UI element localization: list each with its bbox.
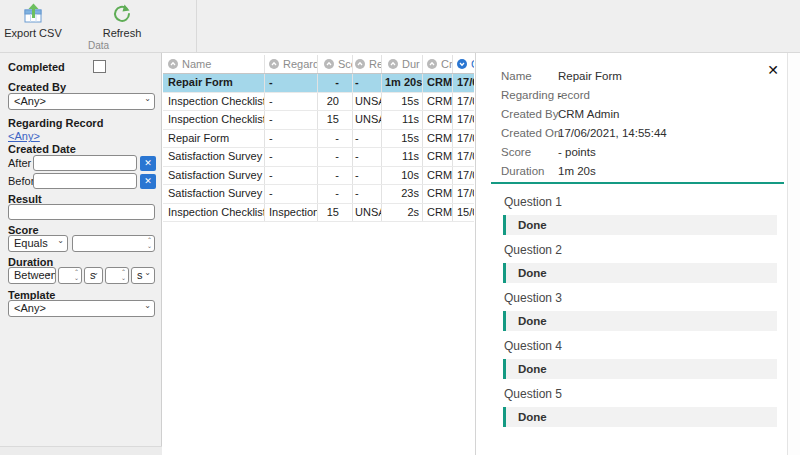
column-header-label: Dur bbox=[402, 58, 420, 70]
table-row[interactable]: Inspection Checklist-20UNSAT...15sCRM A.… bbox=[163, 93, 474, 112]
before-date-input[interactable] bbox=[33, 173, 137, 189]
question-answer-bar: Done bbox=[503, 359, 777, 379]
regarding-record-label: Regarding Record bbox=[8, 117, 103, 129]
detail-field: Score- points bbox=[476, 146, 787, 166]
refresh-icon bbox=[111, 3, 133, 25]
result-input[interactable] bbox=[8, 204, 155, 220]
cell-created_by: CRM A... bbox=[423, 148, 453, 166]
question-block: Question 1Done bbox=[503, 195, 777, 235]
score-value-spinner[interactable]: ⌃⌄ bbox=[72, 235, 155, 252]
chevron-down-icon: ⌄ bbox=[144, 94, 151, 103]
cell-created_by: CRM A... bbox=[423, 111, 453, 129]
created-by-dropdown[interactable]: <Any> ⌄ bbox=[8, 93, 155, 110]
cell-name: Satisfaction Survey bbox=[163, 185, 265, 203]
duration-unit1-dropdown[interactable]: s ⌄ bbox=[84, 267, 103, 284]
cell-regarding: - bbox=[265, 111, 318, 129]
cell-duration: 1m 20s bbox=[382, 74, 423, 92]
column-header-regarding[interactable]: Regarding bbox=[265, 55, 318, 73]
chevron-down-icon: ⌄ bbox=[144, 268, 151, 277]
cell-name: Inspection Checklist bbox=[163, 111, 265, 129]
detail-field-value: Repair Form bbox=[558, 70, 622, 82]
question-label: Question 2 bbox=[504, 243, 777, 257]
cell-result: - bbox=[353, 167, 382, 185]
cell-score: 20 bbox=[318, 93, 353, 111]
detail-field-label: Created On bbox=[501, 127, 560, 139]
table-row[interactable]: Repair Form---15sCRM A...17/06/... bbox=[163, 130, 474, 149]
table-row[interactable]: Satisfaction Survey---11sCRM A...17/06/.… bbox=[163, 148, 474, 167]
question-answer-bar: Done bbox=[503, 215, 777, 235]
duration-unit2-value: s bbox=[137, 269, 143, 281]
cell-created_by: CRM A... bbox=[423, 130, 453, 148]
column-header-label: Sco bbox=[338, 58, 353, 70]
cell-created_by: CRM A... bbox=[423, 185, 453, 203]
table-row[interactable]: Inspection ChecklistInspection [ap...15U… bbox=[163, 204, 474, 223]
column-header-label: Name bbox=[182, 58, 211, 70]
table-row[interactable]: Satisfaction Survey---23sCRM A...17/06/.… bbox=[163, 185, 474, 204]
template-dropdown[interactable]: <Any> ⌄ bbox=[8, 300, 155, 317]
cell-created_by: CRM A... bbox=[423, 204, 453, 222]
regarding-record-link[interactable]: <Any> bbox=[8, 130, 40, 142]
ribbon: Export CSV Refresh Data bbox=[0, 0, 800, 53]
detail-field-label: Created By bbox=[501, 108, 559, 120]
column-header-label: Cre bbox=[471, 58, 474, 70]
cell-created_by: CRM A... bbox=[423, 74, 453, 92]
cell-result: - bbox=[353, 130, 382, 148]
detail-panel: ✕ NameRepair FormRegarding record-Create… bbox=[475, 53, 787, 455]
cell-score: - bbox=[318, 167, 353, 185]
cell-duration: 2s bbox=[382, 204, 423, 222]
completed-checkbox[interactable] bbox=[93, 60, 106, 73]
grid-header-row: NameRegardingScoResDurCreCre bbox=[163, 55, 474, 74]
duration-unit2-dropdown[interactable]: s ⌄ bbox=[131, 267, 155, 284]
cell-regarding: - bbox=[265, 93, 318, 111]
cell-result: - bbox=[353, 185, 382, 203]
completed-label: Completed bbox=[8, 61, 65, 73]
question-block: Question 5Done bbox=[503, 387, 777, 427]
duration-value2-spinner[interactable]: ⌃⌄ bbox=[105, 267, 129, 284]
table-row[interactable]: Satisfaction Survey---10sCRM A...17/06/.… bbox=[163, 167, 474, 186]
question-label: Question 4 bbox=[504, 339, 777, 353]
chevron-down-icon: ⌄ bbox=[92, 268, 99, 277]
detail-field: NameRepair Form bbox=[476, 70, 787, 90]
created-date-label: Created Date bbox=[8, 143, 76, 155]
cell-regarding: - bbox=[265, 148, 318, 166]
sort-desc-icon bbox=[457, 59, 467, 69]
column-header-created_on[interactable]: Cre bbox=[453, 55, 474, 73]
scrollbar-track[interactable] bbox=[787, 53, 800, 455]
spinner-arrows-icon: ⌃⌄ bbox=[147, 237, 152, 249]
cell-regarding: - bbox=[265, 74, 318, 92]
cell-score: - bbox=[318, 130, 353, 148]
detail-field-label: Name bbox=[501, 70, 532, 82]
after-date-input[interactable] bbox=[33, 155, 137, 171]
detail-field-value: 17/06/2021, 14:55:44 bbox=[558, 127, 667, 139]
column-header-score[interactable]: Sco bbox=[318, 55, 353, 73]
detail-field-value: 1m 20s bbox=[558, 165, 596, 177]
score-operator-value: Equals bbox=[14, 237, 48, 249]
column-header-name[interactable]: Name bbox=[163, 55, 265, 73]
column-header-duration[interactable]: Dur bbox=[382, 55, 423, 73]
duration-operator-dropdown[interactable]: Between ⌄ bbox=[8, 267, 56, 284]
column-header-result[interactable]: Res bbox=[353, 55, 382, 73]
after-label: After bbox=[8, 157, 31, 169]
after-clear-button[interactable]: ✕ bbox=[140, 156, 156, 171]
sort-idle-icon bbox=[355, 59, 365, 69]
cell-created_on: 15/06/... bbox=[453, 204, 474, 222]
cell-created_by: CRM A... bbox=[423, 167, 453, 185]
ribbon-group-data: Export CSV Refresh Data bbox=[0, 0, 197, 52]
detail-field-label: Duration bbox=[501, 165, 544, 177]
detail-field-value: CRM Admin bbox=[558, 108, 619, 120]
column-header-label: Res bbox=[369, 58, 382, 70]
before-clear-button[interactable]: ✕ bbox=[140, 174, 156, 189]
chevron-down-icon: ⌄ bbox=[144, 301, 151, 310]
cell-name: Repair Form bbox=[163, 74, 265, 92]
table-row[interactable]: Inspection Checklist-15UNSAT...11sCRM A.… bbox=[163, 111, 474, 130]
duration-value1-spinner[interactable]: ⌃⌄ bbox=[58, 267, 82, 284]
cell-duration: 11s bbox=[382, 111, 423, 129]
sort-idle-icon bbox=[269, 59, 279, 69]
spinner-arrows-icon: ⌃⌄ bbox=[121, 269, 126, 281]
question-label: Question 5 bbox=[504, 387, 777, 401]
table-row[interactable]: Repair Form---1m 20sCRM A...17/06/... bbox=[163, 74, 474, 93]
column-header-created_by[interactable]: Cre bbox=[423, 55, 453, 73]
question-block: Question 2Done bbox=[503, 243, 777, 283]
cell-duration: 15s bbox=[382, 93, 423, 111]
score-operator-dropdown[interactable]: Equals ⌄ bbox=[8, 235, 68, 252]
